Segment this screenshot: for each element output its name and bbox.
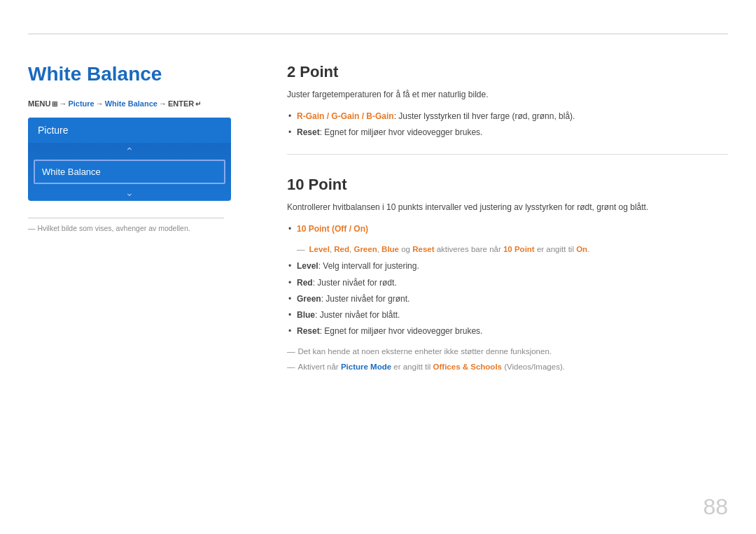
arrow-up-icon[interactable]: ⌃ — [28, 143, 231, 160]
section-2point-desc: Juster fargetemperaturen for å få et mer… — [287, 88, 728, 101]
section-10point-title: 10 Point — [287, 176, 728, 194]
section-10point-desc: Kontrollerer hvitbalansen i 10 punkts in… — [287, 201, 728, 214]
enter-label: ENTER — [168, 99, 194, 108]
level-label: Level — [309, 245, 330, 253]
menu-icon: ⊞ — [52, 100, 57, 108]
menu-label: MENU — [28, 99, 50, 108]
section-2point-bullets: R-Gain / G-Gain / B-Gain: Juster lysstyr… — [287, 108, 728, 141]
section-2point-title: 2 Point — [287, 63, 728, 81]
note2-end: (Videos/Images). — [504, 363, 565, 371]
menu-header: Picture — [28, 118, 231, 143]
bullet-rgain: R-Gain / G-Gain / B-Gain: Juster lysstyr… — [287, 108, 728, 125]
wb-link: White Balance — [105, 99, 158, 108]
blue-bullet-label: Blue — [297, 310, 315, 320]
on-label: On — [576, 245, 587, 253]
10point-label: 10 Point (Off / On) — [297, 224, 368, 234]
section-10point-main-bullets: 10 Point (Off / On) — [287, 221, 728, 237]
green-label: Green — [354, 245, 377, 253]
arrow2: → — [96, 99, 104, 108]
reset1-label: Reset — [297, 127, 320, 137]
reset2-bullet-text: : Egnet for miljøer hvor videovegger bru… — [320, 326, 483, 336]
note-line-1: Det kan hende at noen eksterne enheter i… — [287, 345, 728, 358]
right-panel: 2 Point Juster fargetemperaturen for å f… — [287, 42, 728, 375]
blue-bullet-text: : Juster nivået for blått. — [315, 310, 400, 320]
note2-content: Aktivert når Picture Mode er angitt til … — [298, 360, 565, 373]
red-label: Red — [334, 245, 349, 253]
bullet-blue: Blue: Juster nivået for blått. — [287, 307, 728, 323]
note2-picturemode: Picture Mode — [341, 363, 391, 371]
section-divider — [287, 154, 728, 155]
bullet-level: Level: Velg intervall for justering. — [287, 258, 728, 274]
rgain-label: R-Gain / G-Gain / B-Gain — [297, 111, 394, 121]
note1-text: Det kan hende at noen eksterne enheter i… — [298, 345, 552, 358]
section-10point-sub-bullets: Level: Velg intervall for justering. Red… — [287, 258, 728, 339]
reset2-bullet-label: Reset — [297, 326, 320, 336]
level-bullet-label: Level — [297, 261, 318, 271]
footnote-text: Hvilket bilde som vises, avhenger av mod… — [37, 224, 190, 232]
blue-label: Blue — [382, 245, 399, 253]
bullet-10point-toggle: 10 Point (Off / On) — [287, 221, 728, 237]
red-bullet-text: : Juster nivået for rødt. — [313, 278, 397, 288]
bullet-red: Red: Juster nivået for rødt. — [287, 275, 728, 291]
menu-box: Picture ⌃ White Balance ⌄ — [28, 118, 231, 201]
reset-label: Reset — [412, 245, 434, 253]
top-divider — [28, 34, 728, 34]
green-bullet-text: : Juster nivået for grønt. — [321, 294, 410, 304]
10point-ref: 10 Point — [503, 245, 535, 253]
left-panel: White Balance MENU ⊞ → Picture → White B… — [28, 42, 259, 232]
arrow-down-icon[interactable]: ⌄ — [28, 184, 231, 201]
note2-prefix: Aktivert når — [298, 363, 339, 371]
note2-offices: Offices & Schools — [433, 363, 502, 371]
section-2point: 2 Point Juster fargetemperaturen for å f… — [287, 63, 728, 141]
picture-link: Picture — [68, 99, 94, 108]
bullet-reset2: Reset: Egnet for miljøer hvor videovegge… — [287, 323, 728, 339]
reset1-text: : Egnet for miljøer hvor videovegger bru… — [320, 127, 483, 137]
note2-mid: er angitt til — [393, 363, 430, 371]
rgain-text: : Juster lysstyrken til hver farge (rød,… — [394, 111, 575, 121]
bullet-reset1: Reset: Egnet for miljøer hvor videovegge… — [287, 125, 728, 141]
note-line-2: Aktivert når Picture Mode er angitt til … — [287, 360, 728, 373]
red-bullet-label: Red — [297, 278, 313, 288]
menu-path: MENU ⊞ → Picture → White Balance → ENTER… — [28, 99, 259, 108]
enter-icon: ↵ — [195, 100, 201, 108]
section-10point: 10 Point Kontrollerer hvitbalansen i 10 … — [287, 176, 728, 373]
footnote: ― Hvilket bilde som vises, avhenger av m… — [28, 218, 224, 232]
bullet-green: Green: Juster nivået for grønt. — [287, 291, 728, 307]
page-title: White Balance — [28, 63, 259, 85]
level-bullet-text: : Velg intervall for justering. — [318, 261, 419, 271]
page-number: 88 — [703, 494, 728, 520]
arrow1: → — [59, 99, 66, 108]
menu-selected-item[interactable]: White Balance — [34, 160, 225, 184]
sub-note-activation: Level, Red, Green, Blue og Reset aktiver… — [297, 243, 728, 255]
green-bullet-label: Green — [297, 294, 321, 304]
footnote-dash: ― — [28, 224, 37, 232]
arrow3: → — [159, 99, 167, 108]
sub-note-content: Level, Red, Green, Blue og Reset aktiver… — [309, 243, 590, 255]
